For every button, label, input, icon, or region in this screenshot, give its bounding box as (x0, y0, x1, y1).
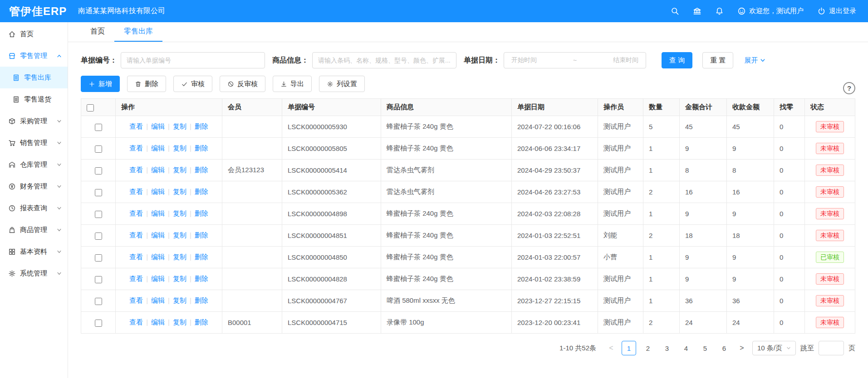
edit-link[interactable]: 编辑 (151, 275, 165, 282)
delete-link[interactable]: 删除 (195, 231, 208, 239)
select-all-checkbox[interactable] (87, 104, 94, 111)
view-link[interactable]: 查看 (129, 144, 143, 152)
edit-link[interactable]: 编辑 (151, 253, 165, 261)
view-link[interactable]: 查看 (129, 231, 143, 239)
copy-link[interactable]: 复制 (173, 122, 186, 130)
sidebar-item-purchase[interactable]: 采购管理 (0, 110, 68, 132)
view-link[interactable]: 查看 (129, 318, 143, 326)
view-link[interactable]: 查看 (129, 275, 143, 282)
trash-icon (135, 81, 142, 87)
edit-link[interactable]: 编辑 (151, 318, 165, 326)
delete-link[interactable]: 删除 (195, 188, 208, 195)
row-checkbox[interactable] (95, 298, 102, 305)
edit-link[interactable]: 编辑 (151, 166, 165, 174)
page-button[interactable]: 3 (660, 341, 674, 355)
copy-link[interactable]: 复制 (173, 166, 186, 174)
edit-link[interactable]: 编辑 (151, 231, 165, 239)
sidebar-item-goods[interactable]: 商品管理 (0, 219, 68, 241)
delete-link[interactable]: 删除 (195, 166, 208, 174)
next-page-arrow[interactable]: > (736, 341, 748, 355)
delete-link[interactable]: 删除 (195, 209, 208, 217)
sidebar-item-basic-data[interactable]: 基本资料 (0, 241, 68, 262)
delete-link[interactable]: 删除 (195, 144, 208, 152)
search-icon[interactable] (671, 7, 679, 15)
unaudit-button[interactable]: 反审核 (220, 76, 265, 92)
logout-button[interactable]: 退出登录 (817, 7, 856, 15)
export-button[interactable]: 导出 (273, 76, 312, 92)
row-checkbox[interactable] (95, 233, 102, 240)
welcome-user[interactable]: 欢迎您，测试用户 (737, 7, 804, 15)
change-cell: 0 (774, 116, 805, 138)
page-button[interactable]: 4 (679, 341, 693, 355)
bill-no-input[interactable] (121, 52, 265, 68)
sidebar-item-home[interactable]: 首页 (0, 23, 68, 45)
row-checkbox[interactable] (95, 124, 102, 131)
sidebar-item-retail[interactable]: 零售管理 (0, 45, 68, 67)
copy-link[interactable]: 复制 (173, 318, 186, 326)
sidebar-item-warehouse[interactable]: 仓库管理 (0, 154, 68, 175)
view-link[interactable]: 查看 (129, 209, 143, 217)
sidebar-item-finance[interactable]: 财务管理 (0, 175, 68, 197)
view-link[interactable]: 查看 (129, 122, 143, 130)
sidebar-item-sales[interactable]: 销售管理 (0, 132, 68, 154)
add-button[interactable]: 新增 (81, 76, 120, 92)
sidebar-item-system[interactable]: 系统管理 (0, 262, 68, 284)
jump-page-input[interactable] (819, 341, 844, 355)
date-range-picker[interactable]: 开始时间 ~ 结束时间 (504, 52, 646, 68)
delete-link[interactable]: 删除 (195, 296, 208, 304)
view-link[interactable]: 查看 (129, 188, 143, 195)
page-button[interactable]: 2 (641, 341, 655, 355)
view-link[interactable]: 查看 (129, 253, 143, 261)
received-cell: 16 (727, 181, 774, 203)
page-button[interactable]: 5 (698, 341, 712, 355)
copy-link[interactable]: 复制 (173, 275, 186, 282)
delete-link[interactable]: 删除 (195, 253, 208, 261)
row-checkbox[interactable] (95, 254, 102, 262)
copy-link[interactable]: 复制 (173, 144, 186, 152)
delete-link[interactable]: 删除 (195, 122, 208, 130)
edit-link[interactable]: 编辑 (151, 209, 165, 217)
row-checkbox[interactable] (95, 276, 102, 283)
bell-icon[interactable] (715, 7, 724, 15)
edit-link[interactable]: 编辑 (151, 296, 165, 304)
copy-link[interactable]: 复制 (173, 209, 186, 217)
copy-link[interactable]: 复制 (173, 188, 186, 195)
audit-button[interactable]: 审核 (173, 76, 212, 92)
tab-home[interactable]: 首页 (81, 22, 114, 42)
reset-button[interactable]: 重 置 (702, 52, 733, 68)
page-button[interactable]: 6 (717, 341, 731, 355)
edit-link[interactable]: 编辑 (151, 122, 165, 130)
row-checkbox[interactable] (95, 320, 102, 327)
page-size-select[interactable]: 10 条/页 (752, 341, 796, 355)
view-link[interactable]: 查看 (129, 166, 143, 174)
sidebar-item-retail-return[interactable]: 零售退货 (0, 88, 68, 110)
search-button[interactable]: 查 询 (662, 52, 692, 68)
action-separator: | (190, 144, 191, 152)
edit-link[interactable]: 编辑 (151, 188, 165, 195)
filter-bar: 单据编号： 商品信息： 单据日期： 开始时间 ~ 结束时间 查 询 重 置 (81, 52, 855, 68)
prev-page-arrow[interactable]: < (605, 341, 617, 355)
row-checkbox[interactable] (95, 167, 102, 174)
help-icon[interactable]: ? (843, 82, 855, 94)
delete-link[interactable]: 删除 (195, 275, 208, 282)
tab-retail-outbound[interactable]: 零售出库 (114, 22, 162, 42)
view-link[interactable]: 查看 (129, 296, 143, 304)
org-icon[interactable] (693, 7, 701, 15)
delete-button[interactable]: 删除 (127, 76, 166, 92)
edit-link[interactable]: 编辑 (151, 144, 165, 152)
copy-link[interactable]: 复制 (173, 231, 186, 239)
column-settings-button[interactable]: 列设置 (319, 76, 365, 92)
row-checkbox[interactable] (95, 211, 102, 218)
row-checkbox-cell (81, 247, 116, 268)
row-checkbox[interactable] (95, 189, 102, 196)
row-checkbox[interactable] (95, 145, 102, 153)
delete-link[interactable]: 删除 (195, 318, 208, 326)
sidebar-item-reports[interactable]: 报表查询 (0, 197, 68, 219)
filter-product: 商品信息： (272, 52, 456, 68)
product-input[interactable] (312, 52, 456, 68)
page-button[interactable]: 1 (622, 341, 636, 355)
sidebar-item-retail-outbound[interactable]: 零售出库 (0, 67, 68, 88)
copy-link[interactable]: 复制 (173, 253, 186, 261)
expand-link[interactable]: 展开 (744, 56, 765, 65)
copy-link[interactable]: 复制 (173, 296, 186, 304)
